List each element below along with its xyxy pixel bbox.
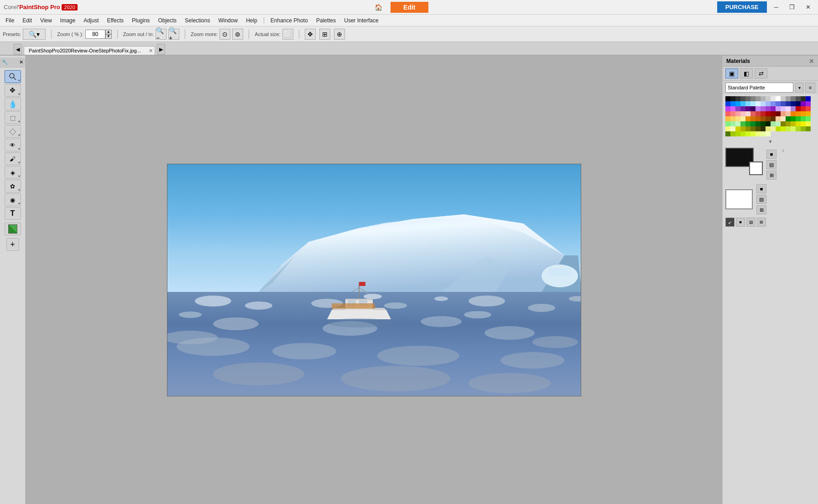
palette-select[interactable]: Standard Palette [725,83,793,93]
color-swatch[interactable] [786,106,791,111]
color-swatch[interactable] [766,106,771,111]
menu-edit[interactable]: Edit [19,16,36,25]
restore-button[interactable]: ❐ [786,3,798,11]
color-swatch[interactable] [730,111,735,116]
color-swatch[interactable] [745,101,750,106]
color-swatch[interactable] [781,111,786,116]
color-swatch[interactable] [801,106,806,111]
color-swatch[interactable] [766,101,771,106]
color-swatch[interactable] [801,96,806,101]
color-swatch[interactable] [730,96,735,101]
color-swatch[interactable] [781,126,786,131]
color-swatch[interactable] [776,106,781,111]
move-tool[interactable]: ✥ [5,84,21,97]
bg-pattern-fill-button[interactable]: ⊞ [756,205,766,214]
color-swatch[interactable] [725,96,730,101]
color-swatch[interactable] [750,111,755,116]
move-canvas-button[interactable]: ✥ [305,29,316,40]
color-swatch[interactable] [755,121,761,126]
clone-tool[interactable]: ◈ [5,166,21,179]
color-swatch[interactable] [771,96,776,101]
color-swatch[interactable] [791,101,796,106]
color-swatch[interactable] [740,96,745,101]
color-swatch[interactable] [806,116,811,121]
color-swatch[interactable] [761,101,766,106]
color-swatch[interactable] [801,121,806,126]
color-swatch[interactable] [725,126,730,131]
stroke-solid-button[interactable]: ■ [736,218,745,227]
home-button[interactable]: 🏠 [366,2,391,13]
color-swatch[interactable] [745,131,750,136]
color-swatch[interactable] [796,96,801,101]
color-swatch[interactable] [806,111,811,116]
color-swatch[interactable] [801,126,806,131]
color-swatch[interactable] [781,116,786,121]
color-swatch[interactable] [735,106,740,111]
color-swatch[interactable] [755,96,761,101]
background-color-box[interactable] [749,161,763,175]
color-swatch[interactable] [745,116,750,121]
color-swatch[interactable] [750,116,755,121]
color-swatch[interactable] [725,111,730,116]
menu-help[interactable]: Help [242,16,261,25]
bg-white-preview[interactable] [725,189,753,209]
color-swatch[interactable] [740,106,745,111]
color-swatch[interactable] [786,96,791,101]
stroke-pattern-button[interactable]: ⊞ [757,218,766,227]
gradient-fill-button[interactable]: ▤ [766,160,776,169]
color-swatch[interactable] [806,106,811,111]
color-swatch[interactable] [791,126,796,131]
color-swatch[interactable] [750,96,755,101]
menu-selections[interactable]: Selections [181,16,214,25]
actual-size-button[interactable]: ⬜ [282,29,293,40]
color-swatch[interactable] [750,121,755,126]
swap-tab[interactable]: ⇄ [755,68,767,78]
color-swatch[interactable] [766,116,771,121]
color-swatch[interactable] [791,121,796,126]
color-swatch[interactable] [776,126,781,131]
purchase-button[interactable]: PURCHASE [717,1,767,13]
color-swatch[interactable] [771,101,776,106]
scrapbook-tool[interactable]: ✿ [5,180,21,192]
deform-tool[interactable]: ⬚ [5,125,21,138]
menu-enhance-photo[interactable]: Enhance Photo [267,16,312,25]
color-swatch[interactable] [766,96,771,101]
tab-photo[interactable]: PaintShopPro2020Review-OneStepPhotoFix.j… [24,46,155,55]
color-swatch[interactable] [776,116,781,121]
menu-window[interactable]: Window [214,16,241,25]
color-swatch[interactable] [801,111,806,116]
zoom-up[interactable]: ▲ [105,30,112,34]
color-swatch[interactable] [725,106,730,111]
color-swatch[interactable] [791,116,796,121]
color-swatch[interactable] [735,131,740,136]
color-swatch[interactable] [740,116,745,121]
tab-close-button[interactable]: ✕ [149,48,153,54]
color-swatch[interactable] [776,96,781,101]
color-swatch[interactable] [796,121,801,126]
color-swatch[interactable] [766,111,771,116]
menu-file[interactable]: File [2,16,18,25]
color-swatch[interactable] [730,116,735,121]
color-swatch[interactable] [806,96,811,101]
color-swatch[interactable] [735,96,740,101]
color-swatch[interactable] [771,106,776,111]
color-swatch[interactable] [761,111,766,116]
minimize-button[interactable]: ─ [771,3,782,11]
color-swatch[interactable] [725,116,730,121]
color-swatch[interactable] [740,121,745,126]
color-swatch[interactable] [801,116,806,121]
color-swatch[interactable] [745,96,750,101]
color-swatch[interactable] [796,101,801,106]
color-swatch[interactable] [735,116,740,121]
color-swatch[interactable] [761,131,766,136]
presets-dropdown[interactable]: 🔍▾ [23,29,46,40]
zoom-in-button[interactable]: 🔍+ [168,29,179,40]
color-swatch[interactable] [766,121,771,126]
color-swatch[interactable] [755,126,761,131]
stroke-gradient-button[interactable]: ▤ [746,218,755,227]
color-swatch[interactable] [740,111,745,116]
color-swatch[interactable] [771,121,776,126]
zoom-input[interactable] [85,30,105,39]
flood-fill-tool[interactable] [5,223,21,235]
color-swatch[interactable] [750,106,755,111]
